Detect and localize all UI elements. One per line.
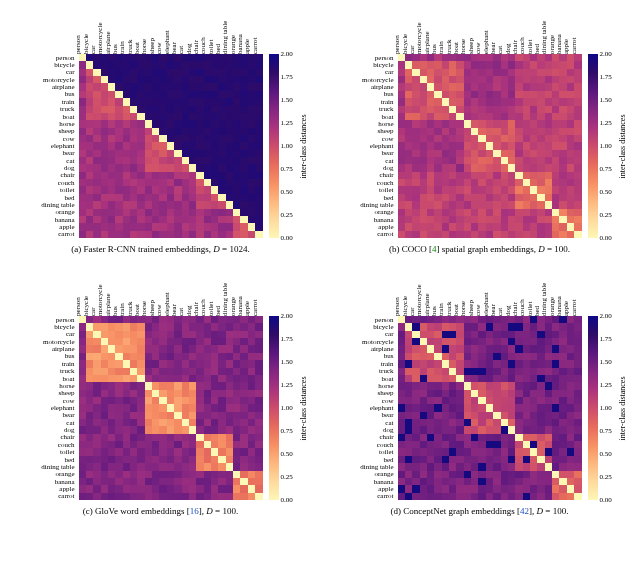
- heatmap-c: [79, 316, 263, 500]
- y-axis-labels: personbicyclecarmotorcycleairplanebustra…: [21, 316, 77, 500]
- colorbar-ticks: 0.000.250.500.751.001.251.501.752.00: [281, 316, 301, 500]
- y-axis-labels: personbicyclecarmotorcycleairplanebustra…: [340, 54, 396, 238]
- y-axis-labels: personbicyclecarmotorcycleairplanebustra…: [21, 54, 77, 238]
- x-axis-labels: personbicyclecarmotorcycleairplanebustra…: [398, 8, 582, 54]
- heatmap-a: [79, 54, 263, 238]
- x-axis-labels: personbicyclecarmotorcycleairplanebustra…: [398, 270, 582, 316]
- colorbar-ticks: 0.000.250.500.751.001.251.501.752.00: [281, 54, 301, 238]
- subplot-d: personbicyclecarmotorcycleairplanebustra…: [327, 270, 632, 516]
- colorbar-label: inter-class distances: [618, 54, 628, 238]
- heatmap-b: [398, 54, 582, 238]
- plot-area-d: personbicyclecarmotorcycleairplanebustra…: [340, 270, 620, 502]
- colorbar: [588, 54, 598, 238]
- colorbar: [269, 54, 279, 238]
- caption-a: (a) Faster R-CNN trained embeddings, D =…: [71, 244, 249, 254]
- y-axis-labels: personbicyclecarmotorcycleairplanebustra…: [340, 316, 396, 500]
- subplot-c: personbicyclecarmotorcycleairplanebustra…: [8, 270, 313, 516]
- colorbar: [269, 316, 279, 500]
- figure-grid: personbicyclecarmotorcycleairplanebustra…: [8, 8, 632, 516]
- colorbar: [588, 316, 598, 500]
- subplot-a: personbicyclecarmotorcycleairplanebustra…: [8, 8, 313, 254]
- plot-area-c: personbicyclecarmotorcycleairplanebustra…: [21, 270, 301, 502]
- colorbar-label: inter-class distances: [618, 316, 628, 500]
- x-axis-labels: personbicyclecarmotorcycleairplanebustra…: [79, 270, 263, 316]
- plot-area-a: personbicyclecarmotorcycleairplanebustra…: [21, 8, 301, 240]
- colorbar-ticks: 0.000.250.500.751.001.251.501.752.00: [600, 54, 620, 238]
- colorbar-label: inter-class distances: [299, 54, 309, 238]
- subplot-b: personbicyclecarmotorcycleairplanebustra…: [327, 8, 632, 254]
- colorbar-label: inter-class distances: [299, 316, 309, 500]
- plot-area-b: personbicyclecarmotorcycleairplanebustra…: [340, 8, 620, 240]
- caption-c: (c) GloVe word embeddings [16], D = 100.: [83, 506, 238, 516]
- caption-b: (b) COCO [4] spatial graph embeddings, D…: [389, 244, 570, 254]
- caption-d: (d) ConceptNet graph embeddings [42], D …: [391, 506, 569, 516]
- heatmap-d: [398, 316, 582, 500]
- x-axis-labels: personbicyclecarmotorcycleairplanebustra…: [79, 8, 263, 54]
- colorbar-ticks: 0.000.250.500.751.001.251.501.752.00: [600, 316, 620, 500]
